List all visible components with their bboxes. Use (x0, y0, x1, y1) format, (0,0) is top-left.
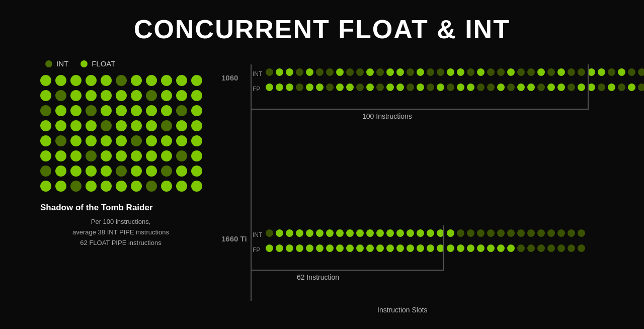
grid-dot (40, 135, 51, 146)
grid-dot (55, 135, 66, 146)
grid-dot (70, 150, 82, 161)
grid-dot (70, 75, 82, 86)
grid-dot (86, 75, 97, 86)
chart-dot (447, 244, 454, 252)
grid-dot (191, 181, 202, 192)
chart-dot (447, 229, 454, 237)
grid-dot (86, 120, 97, 131)
grid-dot (116, 90, 127, 101)
grid-dot (55, 150, 66, 161)
chart-dot (276, 68, 283, 76)
gpu-1660-label: 1660 Ti (221, 234, 247, 243)
grid-dot (161, 150, 172, 161)
chart-dot (376, 244, 384, 252)
grid-dot (86, 90, 97, 101)
chart-dot (477, 68, 485, 76)
chart-dot (557, 84, 565, 91)
chart-dot (537, 229, 545, 237)
chart-dot (447, 84, 454, 91)
chart-dot (638, 84, 644, 91)
int-row-label-1060: INT (253, 70, 262, 77)
grid-dot (70, 135, 82, 146)
grid-dot (191, 105, 202, 116)
chart-dot (366, 84, 374, 91)
chart-dot (537, 244, 545, 252)
grid-dot (55, 90, 66, 101)
chart-dot (557, 68, 565, 76)
chart-dot (356, 229, 364, 237)
chart-dot (517, 68, 525, 76)
chart-dot (497, 68, 505, 76)
grid-dot (40, 75, 51, 86)
chart-dot (467, 229, 474, 237)
chart-dot (568, 244, 575, 252)
chart-dot (447, 68, 454, 76)
axis-label: Instruction Slots (377, 306, 428, 314)
chart-dot (427, 229, 434, 237)
int-dot-icon (45, 60, 52, 67)
v-separator (251, 64, 252, 301)
chart-dot (336, 68, 344, 76)
chart-dot (376, 84, 384, 91)
chart-dot (376, 68, 384, 76)
instruction-count-1060: 100 Instructions (362, 112, 412, 120)
grid-dot (146, 181, 157, 192)
h-line-1060 (251, 109, 588, 110)
grid-dot (70, 181, 82, 192)
chart-dot (376, 229, 384, 237)
chart-dot (507, 84, 515, 91)
grid-dot (40, 105, 51, 116)
chart-dot (276, 244, 283, 252)
chart-dot (628, 68, 635, 76)
chart-dot (598, 84, 605, 91)
chart-dot (527, 84, 535, 91)
chart-dot (286, 84, 293, 91)
grid-dot (161, 135, 172, 146)
chart-dot (628, 84, 635, 91)
game-title: Shadow of the Tomb Raider (40, 203, 201, 213)
chart-dot (578, 244, 585, 252)
chart-dot (598, 68, 605, 76)
grid-dot (146, 75, 157, 86)
int-label: INT (56, 59, 68, 68)
chart-dot (467, 68, 474, 76)
grid-dot (176, 181, 187, 192)
chart-dot (316, 68, 324, 76)
chart-dot (266, 229, 273, 237)
grid-dot (146, 105, 157, 116)
grid-dot (40, 150, 51, 161)
chart-dot (407, 84, 414, 91)
grid-dot (176, 135, 187, 146)
grid-dot (131, 181, 142, 192)
chart-dot (316, 229, 324, 237)
chart-dot (266, 244, 273, 252)
grid-dot (101, 150, 112, 161)
chart-dot (407, 68, 414, 76)
grid-dot (40, 120, 51, 131)
chart-dot (366, 244, 374, 252)
chart-dot (326, 68, 334, 76)
fp-dots-1660 (266, 244, 585, 252)
grid-dot (86, 135, 97, 146)
grid-dot (70, 105, 82, 116)
chart-dot (356, 244, 364, 252)
grid-dot (70, 90, 82, 101)
grid-dot (86, 181, 97, 192)
grid-dot (146, 166, 157, 177)
grid-dot (146, 90, 157, 101)
chart-dot (296, 229, 303, 237)
grid-dot (191, 166, 202, 177)
chart-dot (326, 229, 334, 237)
chart-dot (306, 68, 313, 76)
grid-dot (55, 120, 66, 131)
chart-dot (396, 229, 404, 237)
chart-dot (316, 84, 324, 91)
chart-dot (366, 229, 374, 237)
chart-dot (427, 244, 434, 252)
chart-dot (386, 84, 394, 91)
chart-dot (286, 68, 293, 76)
grid-dot (161, 90, 172, 101)
chart-dot (547, 244, 555, 252)
chart-dot (527, 244, 535, 252)
grid-dot (86, 105, 97, 116)
